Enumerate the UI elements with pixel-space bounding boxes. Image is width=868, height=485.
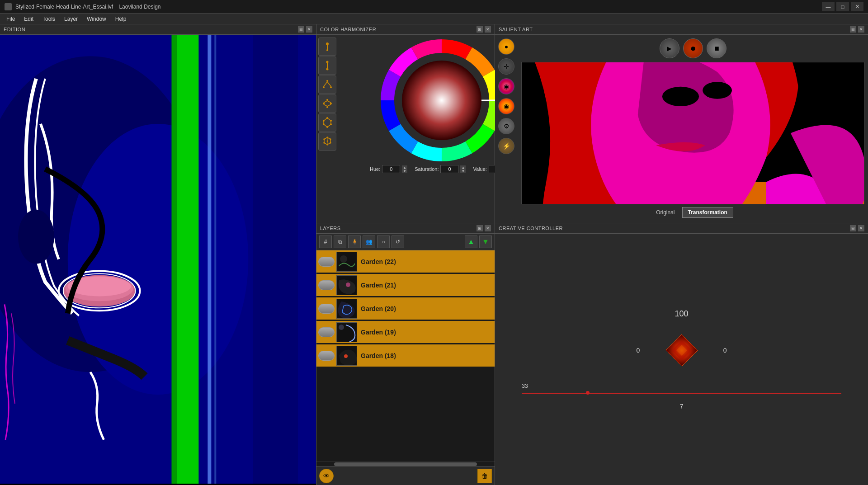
menu-edit[interactable]: Edit <box>19 15 38 23</box>
svg-point-18 <box>326 68 329 71</box>
salient-tool-colorball[interactable]: ◉ <box>498 78 514 94</box>
salient-tool-colorball2[interactable]: ◉ <box>498 98 514 114</box>
layers-group-btn[interactable]: 👥 <box>363 235 375 248</box>
sat-up[interactable]: ▲ <box>460 165 466 169</box>
svg-line-29 <box>324 101 327 103</box>
cc-line-handle[interactable] <box>586 391 590 395</box>
minimize-button[interactable]: — <box>822 2 835 11</box>
layers-close-btn[interactable]: ✕ <box>485 225 491 231</box>
color-wheel[interactable] <box>381 39 503 161</box>
ch-tool-2[interactable] <box>318 57 336 75</box>
sa-header-controls: ⊞ ✕ <box>850 26 864 33</box>
salient-left-tools: ● ✛ ◉ ◉ ⚙ ⚡ <box>495 35 518 221</box>
layer-item[interactable]: Garden (20) <box>316 297 495 321</box>
layer-item[interactable]: Garden (19) <box>316 321 495 344</box>
cc-diamond[interactable] <box>664 332 700 368</box>
ch-float-btn[interactable]: ⊞ <box>476 26 483 33</box>
salient-tool-gear[interactable]: ⚙ <box>498 118 514 134</box>
layers-move-down-btn[interactable]: ▼ <box>479 235 492 248</box>
sa-float-btn[interactable]: ⊞ <box>850 26 856 33</box>
salient-record-btn[interactable]: ⏺ <box>683 38 703 58</box>
menu-layer[interactable]: Layer <box>60 15 82 23</box>
hue-input[interactable] <box>382 165 400 173</box>
layer-visibility-21[interactable] <box>318 280 335 290</box>
svg-point-16 <box>326 49 328 51</box>
layers-trash-btn[interactable]: 🗑 <box>477 469 492 483</box>
layer-thumb-21 <box>336 275 357 295</box>
salient-art-header: Salient Art ⊞ ✕ <box>495 24 868 35</box>
svg-point-46 <box>323 138 325 140</box>
hue-up[interactable]: ▲ <box>402 165 407 169</box>
color-harmonizer-panel: Color Harmonizer ⊞ ✕ <box>316 24 495 223</box>
svg-point-26 <box>323 103 325 104</box>
layers-title: Layers <box>320 226 341 231</box>
layer-visibility-18[interactable] <box>318 351 335 361</box>
cc-header-controls: ⊞ ✕ <box>850 225 864 231</box>
menu-help[interactable]: Help <box>111 15 131 23</box>
layers-person-btn[interactable]: 🧍 <box>348 235 361 248</box>
cc-float-btn[interactable]: ⊞ <box>850 225 856 231</box>
layer-visibility-19[interactable] <box>318 327 335 337</box>
edition-header-controls: ⊞ ✕ <box>298 26 312 33</box>
title-bar-left: Stylized-Female-Head-Line-Art_Essai.lvf … <box>5 3 160 10</box>
salient-tool-compass[interactable]: ✛ <box>498 58 514 75</box>
canvas-area[interactable] <box>0 35 316 484</box>
layer-visibility-22[interactable] <box>318 257 335 267</box>
layers-section: Layers ⊞ ✕ # ⧉ 🧍 👥 ○ ↺ ▲ ▼ <box>316 223 868 485</box>
layer-item[interactable]: Garden (18) <box>316 344 495 368</box>
layer-item[interactable]: Garden (22) <box>316 250 495 274</box>
ch-close-btn[interactable]: ✕ <box>485 26 491 33</box>
svg-point-25 <box>326 99 328 101</box>
cc-top-value: 100 <box>675 309 688 319</box>
layers-eye-btn[interactable]: 👁 <box>319 469 334 483</box>
layer-visibility-20[interactable] <box>318 304 335 314</box>
layers-hashtag-btn[interactable]: # <box>319 235 332 248</box>
layer-item[interactable]: Garden (21) <box>316 274 495 297</box>
original-button[interactable]: Original <box>652 207 678 217</box>
saturation-input[interactable] <box>440 165 458 173</box>
salient-stop-btn[interactable]: ⏹ <box>707 38 726 58</box>
menu-tools[interactable]: Tools <box>38 15 60 23</box>
layers-circle-btn[interactable]: ○ <box>377 235 390 248</box>
hue-down[interactable]: ▼ <box>402 169 407 173</box>
ch-tool-3[interactable] <box>318 75 336 94</box>
ch-tool-6[interactable] <box>318 132 336 151</box>
sat-down[interactable]: ▼ <box>460 169 466 173</box>
svg-point-13 <box>18 210 54 264</box>
cc-line[interactable] <box>522 393 841 394</box>
ch-tool-5[interactable] <box>318 113 336 132</box>
svg-point-48 <box>327 141 328 142</box>
edition-close-btn[interactable]: ✕ <box>306 26 312 33</box>
layers-move-up-btn[interactable]: ▲ <box>465 235 477 248</box>
salient-tool-orange[interactable]: ● <box>498 38 514 55</box>
hue-group: Hue: ▲ ▼ <box>370 165 407 173</box>
color-tools <box>316 35 338 210</box>
layers-refresh-btn[interactable]: ↺ <box>392 235 404 248</box>
salient-top-buttons: ▶ ⏺ ⏹ <box>521 38 864 58</box>
menu-file[interactable]: File <box>2 15 19 23</box>
salient-play-btn[interactable]: ▶ <box>660 38 679 58</box>
ch-tool-1[interactable] <box>318 38 336 56</box>
sa-close-btn[interactable]: ✕ <box>858 26 864 33</box>
close-button[interactable]: ✕ <box>851 2 863 11</box>
cc-slider-area[interactable]: 33 <box>522 383 841 397</box>
title-bar-controls: — □ ✕ <box>822 2 863 11</box>
svg-point-14 <box>326 42 329 45</box>
layer-thumb-18 <box>336 346 357 366</box>
salient-tool-lightning[interactable]: ⚡ <box>498 138 514 154</box>
edition-float-btn[interactable]: ⊞ <box>298 26 304 33</box>
layers-copy-btn[interactable]: ⧉ <box>334 235 346 248</box>
maximize-button[interactable]: □ <box>836 2 849 11</box>
salient-art-panel: Salient Art ⊞ ✕ ● ✛ ◉ ◉ ⚙ ⚡ <box>495 24 868 223</box>
menu-bar: File Edit Tools Layer Window Help <box>0 14 868 24</box>
cc-bottom-value: 7 <box>680 403 684 410</box>
layers-float-btn[interactable]: ⊞ <box>476 225 483 231</box>
ch-tool-4[interactable] <box>318 94 336 113</box>
transformation-button[interactable]: Transformation <box>682 207 733 218</box>
layer-thumb-22 <box>336 252 357 272</box>
layers-panel: Layers ⊞ ✕ # ⧉ 🧍 👥 ○ ↺ ▲ ▼ <box>316 223 495 485</box>
menu-window[interactable]: Window <box>82 15 111 23</box>
cc-close-btn[interactable]: ✕ <box>858 225 864 231</box>
layers-list[interactable]: Garden (22) Garden (21) <box>316 250 495 461</box>
layer-thumb-20 <box>336 299 357 319</box>
